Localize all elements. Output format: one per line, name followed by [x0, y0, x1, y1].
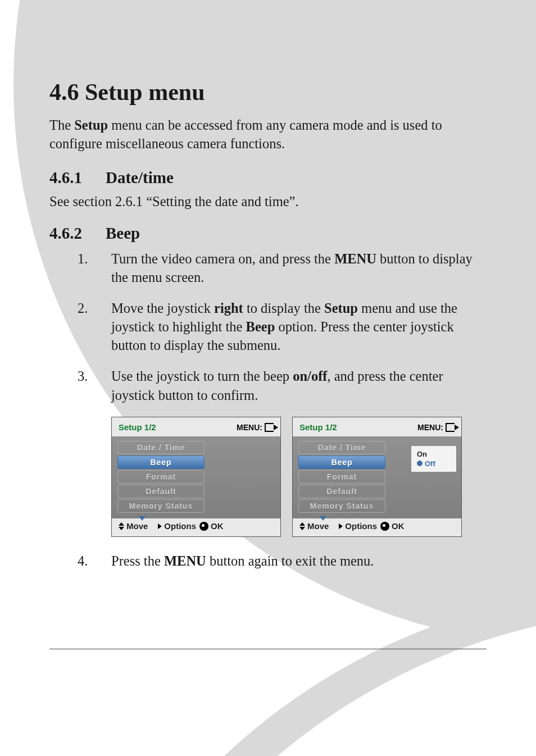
- beep-steps-cont: Press the MENU button again to exit the …: [49, 552, 485, 570]
- section-heading: 4.6 Setup menu: [49, 79, 485, 106]
- menu-item-default[interactable]: Default: [298, 485, 385, 498]
- screenshot-body: Date / Time Beep Format Default Memory S…: [112, 436, 280, 518]
- section-number: 4.6: [49, 79, 79, 105]
- menu-item-format[interactable]: Format: [117, 470, 205, 484]
- menu-exit-hint: MENU:: [417, 423, 455, 432]
- exit-icon: [265, 423, 274, 432]
- screenshot-title: Setup 1/2: [299, 423, 337, 431]
- menu-item-memory-status[interactable]: Memory Status: [298, 499, 385, 513]
- intro-paragraph: The Setup menu can be accessed from any …: [49, 116, 485, 153]
- screenshot-footer: Move Options OK: [293, 518, 461, 536]
- menu-item-memory-status[interactable]: Memory Status: [117, 499, 205, 513]
- screenshot-footer: Move Options OK: [112, 518, 280, 536]
- ok-button-icon: [380, 522, 389, 531]
- subsection-date-time: 4.6.1Date/time: [49, 168, 485, 187]
- radio-icon: [417, 461, 423, 466]
- submenu-option-off[interactable]: Off: [417, 459, 451, 468]
- menu-items: Date / Time Beep Format Default Memory S…: [298, 441, 385, 513]
- screenshot-title: Setup 1/2: [119, 423, 156, 431]
- screenshot-body: Date / Time Beep Format Default Memory S…: [293, 436, 461, 518]
- beep-steps: Turn the video camera on, and press the …: [49, 249, 485, 404]
- menu-item-format[interactable]: Format: [298, 470, 385, 484]
- step-1: Turn the video camera on, and press the …: [78, 249, 485, 286]
- screenshot-header: Setup 1/2 MENU:: [293, 417, 461, 436]
- screenshot-right: Setup 1/2 MENU: Date / Time Beep Format …: [292, 417, 462, 537]
- scroll-down-icon: [320, 516, 326, 521]
- submenu-option-on[interactable]: On: [417, 449, 451, 459]
- menu-item-default[interactable]: Default: [117, 485, 205, 498]
- menu-exit-hint: MENU:: [237, 423, 274, 432]
- right-arrow-icon: [158, 523, 162, 529]
- footer-rule: [49, 649, 487, 649]
- menu-item-beep[interactable]: Beep: [117, 456, 205, 469]
- menu-item-date-time[interactable]: Date / Time: [117, 441, 205, 454]
- menu-item-date-time[interactable]: Date / Time: [298, 441, 385, 454]
- updown-icon: [299, 522, 305, 530]
- updown-icon: [119, 522, 124, 530]
- step-2: Move the joystick right to display the S…: [78, 299, 485, 354]
- exit-icon: [446, 423, 455, 432]
- screenshot-header: Setup 1/2 MENU:: [112, 417, 280, 436]
- right-arrow-icon: [339, 523, 343, 529]
- screenshot-left: Setup 1/2 MENU: Date / Time Beep Format …: [111, 417, 281, 537]
- menu-items: Date / Time Beep Format Default Memory S…: [117, 441, 205, 513]
- step-4: Press the MENU button again to exit the …: [78, 552, 485, 570]
- menu-item-beep[interactable]: Beep: [298, 456, 385, 469]
- section-title: Setup menu: [85, 79, 205, 105]
- subsection-beep: 4.6.2Beep: [49, 224, 485, 243]
- beep-submenu: On Off: [411, 445, 457, 472]
- ok-button-icon: [199, 522, 208, 531]
- scroll-down-icon: [139, 516, 146, 521]
- screenshot-row: Setup 1/2 MENU: Date / Time Beep Format …: [111, 417, 485, 537]
- date-time-text: See section 2.6.1 “Setting the date and …: [49, 194, 485, 210]
- step-3: Use the joystick to turn the beep on/off…: [78, 367, 485, 404]
